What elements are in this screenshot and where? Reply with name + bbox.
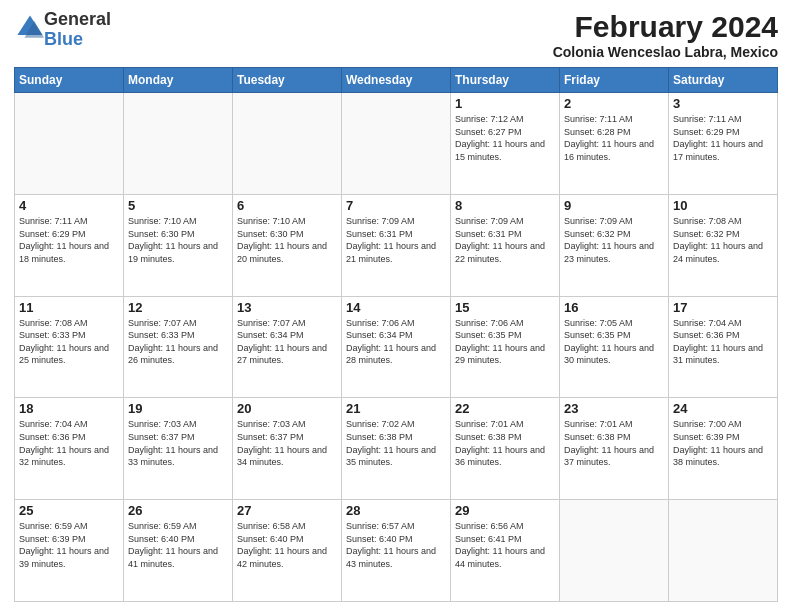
calendar-day-cell: 7Sunrise: 7:09 AM Sunset: 6:31 PM Daylig… [342,194,451,296]
day-number: 29 [455,503,555,518]
day-info: Sunrise: 7:11 AM Sunset: 6:28 PM Dayligh… [564,113,664,163]
calendar-day-cell: 4Sunrise: 7:11 AM Sunset: 6:29 PM Daylig… [15,194,124,296]
day-number: 6 [237,198,337,213]
calendar-day-cell [342,93,451,195]
calendar-day-cell [233,93,342,195]
calendar-day-cell: 25Sunrise: 6:59 AM Sunset: 6:39 PM Dayli… [15,500,124,602]
calendar-week-row: 1Sunrise: 7:12 AM Sunset: 6:27 PM Daylig… [15,93,778,195]
calendar-day-cell: 16Sunrise: 7:05 AM Sunset: 6:35 PM Dayli… [560,296,669,398]
day-number: 16 [564,300,664,315]
calendar-day-cell: 21Sunrise: 7:02 AM Sunset: 6:38 PM Dayli… [342,398,451,500]
calendar-day-cell: 8Sunrise: 7:09 AM Sunset: 6:31 PM Daylig… [451,194,560,296]
col-friday: Friday [560,68,669,93]
day-number: 2 [564,96,664,111]
day-info: Sunrise: 7:09 AM Sunset: 6:32 PM Dayligh… [564,215,664,265]
day-info: Sunrise: 7:11 AM Sunset: 6:29 PM Dayligh… [673,113,773,163]
day-number: 15 [455,300,555,315]
day-info: Sunrise: 7:03 AM Sunset: 6:37 PM Dayligh… [128,418,228,468]
day-number: 28 [346,503,446,518]
logo-general-text: General [44,9,111,29]
day-number: 11 [19,300,119,315]
calendar-day-cell: 3Sunrise: 7:11 AM Sunset: 6:29 PM Daylig… [669,93,778,195]
col-saturday: Saturday [669,68,778,93]
day-number: 9 [564,198,664,213]
calendar-day-cell: 29Sunrise: 6:56 AM Sunset: 6:41 PM Dayli… [451,500,560,602]
day-number: 13 [237,300,337,315]
logo-blue-text: Blue [44,29,83,49]
calendar-day-cell: 26Sunrise: 6:59 AM Sunset: 6:40 PM Dayli… [124,500,233,602]
day-number: 21 [346,401,446,416]
col-monday: Monday [124,68,233,93]
day-info: Sunrise: 7:10 AM Sunset: 6:30 PM Dayligh… [128,215,228,265]
day-info: Sunrise: 7:07 AM Sunset: 6:33 PM Dayligh… [128,317,228,367]
day-info: Sunrise: 7:06 AM Sunset: 6:35 PM Dayligh… [455,317,555,367]
day-info: Sunrise: 7:10 AM Sunset: 6:30 PM Dayligh… [237,215,337,265]
day-info: Sunrise: 6:59 AM Sunset: 6:40 PM Dayligh… [128,520,228,570]
calendar-day-cell [15,93,124,195]
calendar-week-row: 25Sunrise: 6:59 AM Sunset: 6:39 PM Dayli… [15,500,778,602]
day-info: Sunrise: 7:09 AM Sunset: 6:31 PM Dayligh… [346,215,446,265]
col-sunday: Sunday [15,68,124,93]
calendar-day-cell: 5Sunrise: 7:10 AM Sunset: 6:30 PM Daylig… [124,194,233,296]
day-number: 4 [19,198,119,213]
day-number: 20 [237,401,337,416]
title-block: February 2024 Colonia Wenceslao Labra, M… [553,10,778,61]
day-number: 24 [673,401,773,416]
day-info: Sunrise: 7:12 AM Sunset: 6:27 PM Dayligh… [455,113,555,163]
day-info: Sunrise: 6:58 AM Sunset: 6:40 PM Dayligh… [237,520,337,570]
day-info: Sunrise: 7:08 AM Sunset: 6:33 PM Dayligh… [19,317,119,367]
day-info: Sunrise: 7:11 AM Sunset: 6:29 PM Dayligh… [19,215,119,265]
calendar-day-cell: 11Sunrise: 7:08 AM Sunset: 6:33 PM Dayli… [15,296,124,398]
day-info: Sunrise: 7:01 AM Sunset: 6:38 PM Dayligh… [455,418,555,468]
day-info: Sunrise: 7:02 AM Sunset: 6:38 PM Dayligh… [346,418,446,468]
calendar-day-cell: 22Sunrise: 7:01 AM Sunset: 6:38 PM Dayli… [451,398,560,500]
day-info: Sunrise: 7:04 AM Sunset: 6:36 PM Dayligh… [673,317,773,367]
calendar-day-cell: 9Sunrise: 7:09 AM Sunset: 6:32 PM Daylig… [560,194,669,296]
day-info: Sunrise: 7:06 AM Sunset: 6:34 PM Dayligh… [346,317,446,367]
calendar-subtitle: Colonia Wenceslao Labra, Mexico [553,43,778,61]
calendar-day-cell: 12Sunrise: 7:07 AM Sunset: 6:33 PM Dayli… [124,296,233,398]
day-info: Sunrise: 6:59 AM Sunset: 6:39 PM Dayligh… [19,520,119,570]
day-info: Sunrise: 7:05 AM Sunset: 6:35 PM Dayligh… [564,317,664,367]
day-number: 27 [237,503,337,518]
calendar-day-cell: 14Sunrise: 7:06 AM Sunset: 6:34 PM Dayli… [342,296,451,398]
calendar-week-row: 18Sunrise: 7:04 AM Sunset: 6:36 PM Dayli… [15,398,778,500]
calendar-day-cell: 23Sunrise: 7:01 AM Sunset: 6:38 PM Dayli… [560,398,669,500]
day-number: 12 [128,300,228,315]
day-number: 3 [673,96,773,111]
day-number: 8 [455,198,555,213]
calendar-header-row: Sunday Monday Tuesday Wednesday Thursday… [15,68,778,93]
day-number: 25 [19,503,119,518]
calendar-title: February 2024 [553,10,778,43]
calendar-day-cell: 27Sunrise: 6:58 AM Sunset: 6:40 PM Dayli… [233,500,342,602]
calendar-day-cell: 6Sunrise: 7:10 AM Sunset: 6:30 PM Daylig… [233,194,342,296]
day-number: 14 [346,300,446,315]
col-tuesday: Tuesday [233,68,342,93]
calendar-day-cell [669,500,778,602]
day-info: Sunrise: 7:08 AM Sunset: 6:32 PM Dayligh… [673,215,773,265]
day-info: Sunrise: 7:00 AM Sunset: 6:39 PM Dayligh… [673,418,773,468]
calendar-week-row: 11Sunrise: 7:08 AM Sunset: 6:33 PM Dayli… [15,296,778,398]
day-number: 19 [128,401,228,416]
day-number: 5 [128,198,228,213]
day-info: Sunrise: 6:57 AM Sunset: 6:40 PM Dayligh… [346,520,446,570]
day-number: 1 [455,96,555,111]
calendar-day-cell: 10Sunrise: 7:08 AM Sunset: 6:32 PM Dayli… [669,194,778,296]
calendar-day-cell: 13Sunrise: 7:07 AM Sunset: 6:34 PM Dayli… [233,296,342,398]
day-number: 10 [673,198,773,213]
day-info: Sunrise: 6:56 AM Sunset: 6:41 PM Dayligh… [455,520,555,570]
col-thursday: Thursday [451,68,560,93]
calendar-day-cell: 19Sunrise: 7:03 AM Sunset: 6:37 PM Dayli… [124,398,233,500]
calendar-day-cell: 28Sunrise: 6:57 AM Sunset: 6:40 PM Dayli… [342,500,451,602]
day-info: Sunrise: 7:01 AM Sunset: 6:38 PM Dayligh… [564,418,664,468]
day-number: 7 [346,198,446,213]
day-info: Sunrise: 7:04 AM Sunset: 6:36 PM Dayligh… [19,418,119,468]
day-number: 17 [673,300,773,315]
calendar-day-cell: 2Sunrise: 7:11 AM Sunset: 6:28 PM Daylig… [560,93,669,195]
header: General Blue February 2024 Colonia Wence… [14,10,778,61]
day-number: 18 [19,401,119,416]
calendar-day-cell [560,500,669,602]
calendar-day-cell: 20Sunrise: 7:03 AM Sunset: 6:37 PM Dayli… [233,398,342,500]
calendar-week-row: 4Sunrise: 7:11 AM Sunset: 6:29 PM Daylig… [15,194,778,296]
day-number: 23 [564,401,664,416]
